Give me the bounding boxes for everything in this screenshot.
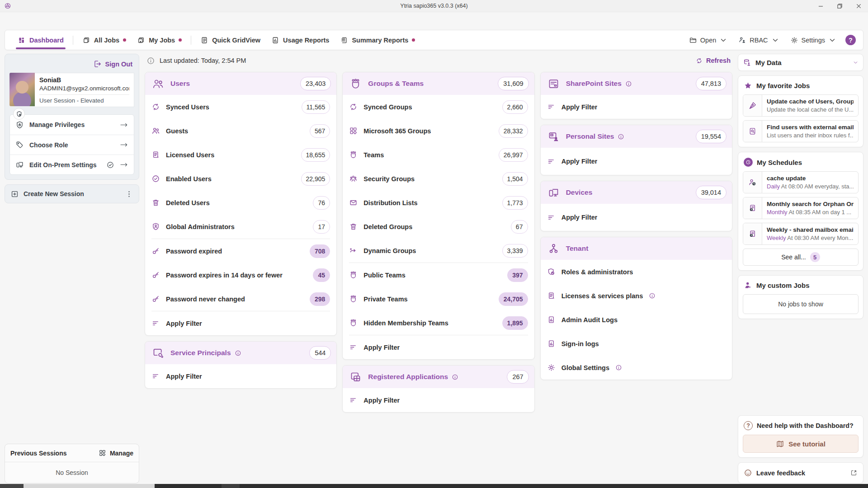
sharepoint-sites-count: 47,813 [696, 77, 726, 90]
tenant-org-icon [547, 243, 560, 255]
tag-icon [15, 141, 24, 149]
devices-header[interactable]: Devices 39,014 [541, 181, 732, 204]
list-item-admin-audit-logs[interactable]: Admin Audit Logs [541, 308, 732, 332]
refresh-button[interactable]: Refresh [696, 57, 731, 64]
manage-privileges-item[interactable]: Manage Privileges [10, 115, 134, 135]
create-new-session-button[interactable]: Create New Session [5, 184, 139, 203]
previous-sessions-card: Previous Sessions Manage No Session [5, 444, 139, 483]
tab-summary-reports[interactable]: Summary Reports [335, 30, 420, 50]
doc-clock-icon [743, 223, 762, 244]
list-item-licenses-services-plans[interactable]: Licenses & services plans [541, 284, 732, 308]
groups-teams-header[interactable]: Groups & Teams 31,609 [343, 72, 534, 95]
list-item-global-administrators[interactable]: Global Administrators17 [145, 215, 336, 239]
avatar [9, 73, 35, 106]
edit-onprem-settings-item[interactable]: Edit On-Prem Settings [10, 155, 134, 174]
list-item-deleted-users[interactable]: Deleted Users76 [145, 191, 336, 215]
list-item-teams[interactable]: Teams26,997 [343, 143, 534, 167]
registered-applications-apply-filter-button[interactable]: Apply Filter [343, 388, 534, 412]
list-item-password-expires-soon[interactable]: Password expires in 14 days or fewer45 [145, 263, 336, 287]
info-icon [625, 80, 632, 87]
tab-all-jobs[interactable]: All Jobs [77, 30, 132, 50]
service-principals-header[interactable]: Service Principals 544 [145, 342, 336, 364]
see-all-button[interactable]: See all... 5 [743, 249, 859, 266]
tab-usage-reports[interactable]: Usage Reports [266, 30, 335, 50]
sign-out-button[interactable]: Sign Out [93, 60, 132, 68]
list-item-public-teams[interactable]: Public Teams397 [343, 263, 534, 287]
see-tutorial-button[interactable]: See tutorial [743, 435, 859, 453]
favorite-job-item[interactable]: Find users with external email ... List … [743, 120, 859, 142]
restore-button[interactable] [830, 0, 849, 12]
filter-icon [547, 157, 556, 166]
list-item-synced-users[interactable]: Synced Users11,565 [145, 95, 336, 119]
doc-chart-icon [547, 315, 556, 324]
list-item-sign-in-logs[interactable]: Sign-in logs [541, 332, 732, 356]
my-data-card[interactable]: My Data [738, 54, 863, 71]
users-apply-filter-button[interactable]: Apply Filter [145, 311, 336, 335]
list-item-synced-groups[interactable]: Synced Groups2,660 [343, 95, 534, 119]
list-item-licensed-users[interactable]: Licensed Users18,655 [145, 143, 336, 167]
tab-dashboard[interactable]: Dashboard [12, 30, 69, 50]
user-info: SoniaB AADMIN1@sygx2.onmicrosoft.com Use… [35, 73, 134, 107]
last-updated-text: Last updated: Today, 2:54 PM [160, 57, 246, 64]
tab-quick-gridview[interactable]: Quick GridView [195, 30, 266, 50]
chevron-down-icon[interactable] [853, 60, 859, 66]
key-icon [151, 295, 160, 303]
list-item-global-settings[interactable]: Global Settings [541, 356, 732, 380]
schedule-item[interactable]: Monthly search for Orphan On... Monthly … [743, 197, 859, 219]
filter-icon [151, 319, 160, 328]
list-item-private-teams[interactable]: Private Teams24,705 [343, 287, 534, 311]
registered-applications-count: 267 [507, 370, 528, 384]
personal-sites-header[interactable]: Personal Sites 19,554 [541, 125, 732, 148]
users-count: 23,403 [300, 77, 331, 90]
tenant-header[interactable]: Tenant [541, 237, 732, 260]
list-item-hidden-membership-teams[interactable]: Hidden Membership Teams1,895 [343, 311, 534, 335]
groups-apply-filter-button[interactable]: Apply Filter [343, 335, 534, 359]
open-external-icon[interactable] [850, 469, 858, 477]
nav-bar: Dashboard All Jobs My Jobs Quick GridVie… [5, 30, 863, 50]
list-item-roles-administrators[interactable]: Roles & administrators [541, 260, 732, 284]
list-item-security-groups[interactable]: Security Groups1,504 [343, 167, 534, 191]
shield-lock-icon [15, 121, 24, 129]
chevron-down-icon [828, 36, 836, 44]
sharepoint-apply-filter-button[interactable]: Apply Filter [541, 95, 732, 119]
users-card: Users 23,403 Synced Users11,565 Guests56… [145, 72, 337, 336]
settings-menu-button[interactable]: Settings [790, 36, 836, 44]
registered-applications-header[interactable]: Registered Applications 267 [343, 366, 534, 388]
kebab-menu-icon[interactable] [125, 190, 133, 198]
list-item-password-expired[interactable]: Password expired708 [145, 239, 336, 263]
users-card-header[interactable]: Users 23,403 [145, 72, 336, 95]
chevron-down-icon [719, 36, 727, 44]
feedback-card[interactable]: Leave feedback [738, 462, 863, 483]
list-item-enabled-users[interactable]: Enabled Users22,905 [145, 167, 336, 191]
minimize-button[interactable] [811, 0, 830, 12]
list-item-guests[interactable]: Guests567 [145, 119, 336, 143]
list-item-password-never-changed[interactable]: Password never changed298 [145, 287, 336, 311]
devices-icon [547, 187, 560, 199]
filter-icon [151, 372, 160, 380]
list-item-distribution-lists[interactable]: Distribution Lists1,773 [343, 191, 534, 215]
schedule-item[interactable]: cache update Daily At 08:00 AM everyday,… [743, 171, 859, 193]
service-principals-apply-filter-button[interactable]: Apply Filter [145, 364, 336, 388]
favorite-job-item[interactable]: Update cache of Users, Groups... Update … [743, 94, 859, 117]
list-item-deleted-groups[interactable]: Deleted Groups67 [343, 215, 534, 239]
help-button[interactable]: ? [845, 35, 856, 45]
trash-icon [349, 222, 358, 231]
app-window-icon [349, 371, 362, 383]
tab-my-jobs[interactable]: My Jobs [132, 30, 187, 50]
filter-icon [349, 343, 358, 352]
service-wrench-icon [152, 347, 164, 359]
close-button[interactable] [849, 0, 868, 12]
notification-dot [412, 38, 415, 42]
open-menu-button[interactable]: Open [689, 36, 727, 44]
rbac-menu-button[interactable]: RBAC [738, 36, 779, 44]
personal-sites-apply-filter-button[interactable]: Apply Filter [541, 148, 732, 175]
manage-sessions-button[interactable]: Manage [99, 449, 133, 457]
list-item-m365-groups[interactable]: Microsoft 365 Groups28,332 [343, 119, 534, 143]
list-item-dynamic-groups[interactable]: Dynamic Groups3,339 [343, 239, 534, 263]
choose-role-item[interactable]: Choose Role [10, 135, 134, 155]
info-icon [146, 56, 155, 65]
schedule-item[interactable]: Weekly - shared mailbox email... Weekly … [743, 223, 859, 245]
sharepoint-sites-header[interactable]: SharePoint Sites 47,813 [541, 72, 732, 95]
devices-icon [15, 160, 24, 169]
devices-apply-filter-button[interactable]: Apply Filter [541, 204, 732, 231]
